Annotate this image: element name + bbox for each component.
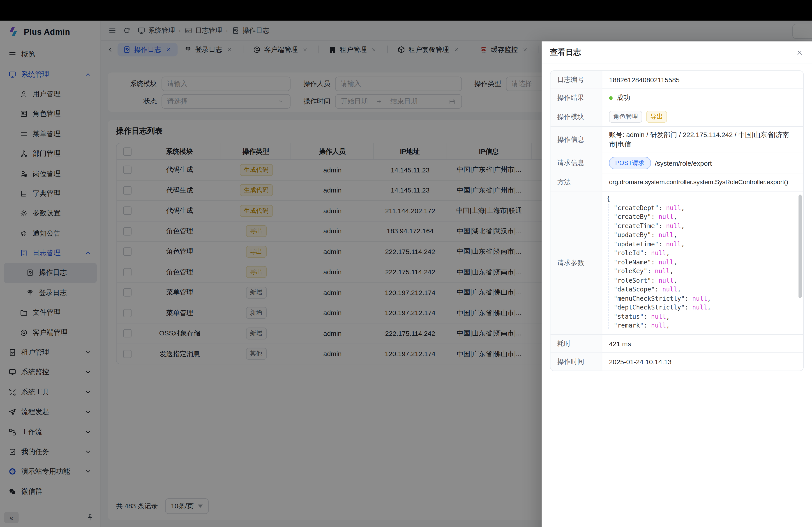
close-icon[interactable] (796, 49, 804, 56)
screenshot-stage: Plus Admin 概览 系统管理 用户管理 角色管理 菜单管理 部门管理 岗… (0, 0, 812, 527)
cost-value: 421 ms (602, 335, 803, 352)
request-path: /system/role/export (655, 159, 712, 167)
success-dot (609, 96, 613, 100)
view-log-drawer: 查看日志 日志编号 1882612840802115585 操作结果 成功 操作… (542, 42, 812, 527)
detail-row-log-id: 日志编号 1882612840802115585 (551, 71, 803, 89)
detail-row-module: 操作模块 角色管理 导出 (551, 107, 803, 127)
detail-row-result: 操作结果 成功 (551, 89, 803, 107)
post-method-badge: POST请求 (609, 157, 651, 169)
detail-row-op-info: 操作信息 账号: admin / 研发部门 / 222.175.114.242 … (551, 127, 803, 153)
op-time-value: 2025-01-24 10:14:13 (602, 353, 803, 371)
request-params-json[interactable]: { "createDept": null, "createBy": null, … (602, 191, 803, 333)
drawer-title: 查看日志 (550, 48, 581, 58)
detail-row-cost: 耗时 421 ms (551, 335, 803, 353)
detail-row-op-time: 操作时间 2025-01-24 10:14:13 (551, 353, 803, 371)
op-info-value: 账号: admin / 研发部门 / 222.175.114.242 / 中国|… (602, 127, 803, 153)
log-id-value: 1882612840802115585 (602, 71, 803, 89)
module-tag: 角色管理 (609, 111, 642, 123)
app-window: Plus Admin 概览 系统管理 用户管理 角色管理 菜单管理 部门管理 岗… (0, 21, 812, 527)
result-value: 成功 (617, 93, 630, 102)
drawer-header: 查看日志 (542, 42, 812, 64)
op-type-tag: 导出 (646, 111, 667, 123)
scrollbar-thumb[interactable] (798, 195, 802, 298)
log-detail-table: 日志编号 1882612840802115585 操作结果 成功 操作模块 角色… (550, 70, 804, 371)
method-value: org.dromara.system.controller.system.Sys… (602, 174, 803, 191)
detail-row-req-info: 请求信息 POST请求 /system/role/export (551, 153, 803, 174)
detail-row-params: 请求参数 { "createDept": null, "createBy": n… (551, 191, 803, 335)
detail-row-method: 方法 org.dromara.system.controller.system.… (551, 174, 803, 191)
indent-guide (608, 204, 608, 328)
